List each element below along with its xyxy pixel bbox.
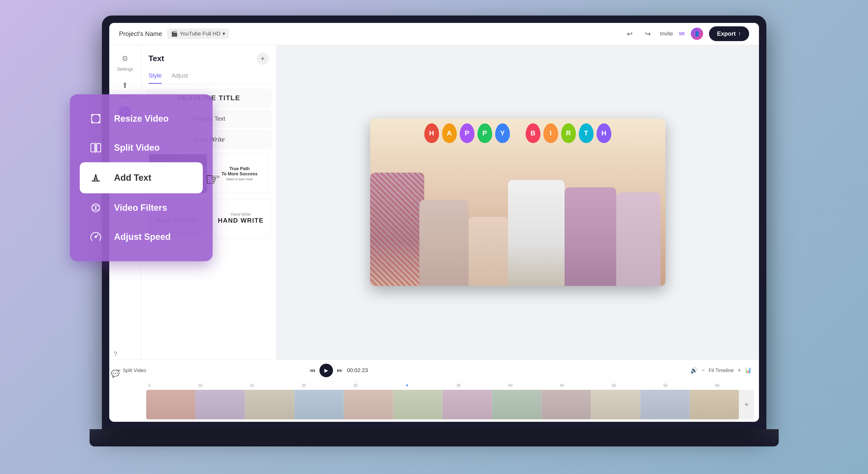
timeline-thumb-3 <box>245 390 294 419</box>
video-icon: 🎬 <box>171 31 178 37</box>
top-bar: Project's Name 🎬 YouTube Full HD ▾ ↩ ↪ I… <box>109 23 759 45</box>
settings-icon: ⚙ <box>119 53 131 65</box>
floating-menu-item-filters[interactable]: Video Filters <box>82 193 200 223</box>
speed-icon <box>87 228 104 245</box>
ruler-mark: 50 <box>612 383 616 388</box>
floating-menu-item-speed[interactable]: Adjust Speed <box>82 223 200 251</box>
birthday-scene: H A P P Y B I R T <box>370 118 665 286</box>
addtext-icon <box>87 169 104 186</box>
tab-style[interactable]: Style <box>149 72 162 84</box>
undo-button[interactable]: ↩ <box>624 28 636 40</box>
ruler-mark: 45 <box>560 383 564 388</box>
truepath-line2: To More Success <box>221 171 258 177</box>
floating-menu: Resize Video Split Video A <box>70 94 213 261</box>
laptop-base <box>90 429 779 446</box>
addtext-label: Add Text <box>114 173 151 183</box>
help-icon: ? <box>109 348 122 359</box>
zoom-plus[interactable]: + <box>738 367 741 374</box>
time-display: 00:02:23 <box>347 367 368 374</box>
resize-icon <box>87 110 104 127</box>
volume-icon[interactable]: 🔊 <box>690 367 698 374</box>
truepath-template[interactable]: True Path To More Success Watch to learn… <box>210 154 269 193</box>
panel-tabs: Style Adjust <box>141 67 276 84</box>
timeline-strip[interactable] <box>146 390 739 419</box>
format-label: YouTube Full HD <box>180 31 220 37</box>
export-label: Export <box>717 30 736 37</box>
ruler-mark: 15 <box>250 383 254 388</box>
timeline-thumb-10 <box>591 390 640 419</box>
sidebar-item-settings[interactable]: ⚙ Settings <box>117 53 133 72</box>
waveform-icon[interactable]: 📊 <box>745 367 751 374</box>
export-icon: ↑ <box>738 30 741 37</box>
timeline-thumb-12 <box>690 390 739 419</box>
fit-timeline-label: Fit Timeline <box>709 367 734 373</box>
timeline-ruler-container: 5 10 15 20 25 ▼ 35 40 45 50 55 60 <box>109 381 759 388</box>
ruler-mark: 20 <box>302 383 306 388</box>
top-bar-left: Project's Name 🎬 YouTube Full HD ▾ <box>119 29 229 39</box>
play-button[interactable]: ▶ <box>319 364 333 377</box>
zoom-minus[interactable]: − <box>702 367 705 374</box>
tab-adjust[interactable]: Adjust <box>172 72 188 84</box>
user-avatar: 👤 <box>691 28 703 40</box>
timeline-thumb-5 <box>344 390 393 419</box>
skip-forward-button[interactable]: ⏭ <box>337 367 343 374</box>
resize-label: Resize Video <box>114 114 168 124</box>
split-video-icon <box>87 139 104 156</box>
redo-button[interactable]: ↪ <box>642 28 654 40</box>
ruler-mark: 10 <box>198 383 203 388</box>
floating-menu-item-split[interactable]: Split Video <box>82 133 200 162</box>
timeline-strip-container: + <box>114 390 754 417</box>
upload-icon: ⬆ <box>119 79 131 92</box>
floating-menu-item-resize[interactable]: Resize Video <box>82 104 200 133</box>
panel-header: Text + <box>141 45 276 65</box>
invite-button[interactable]: Invite <box>660 31 673 37</box>
handwrite2-template[interactable]: Hand Write HAND WRITE <box>210 199 272 238</box>
preview-area: H A P P Y B I R T <box>277 45 759 359</box>
format-badge[interactable]: 🎬 YouTube Full HD ▾ <box>167 29 229 39</box>
filters-label: Video Filters <box>114 203 167 213</box>
ruler-marks: 5 10 15 20 25 ▼ 35 40 45 50 55 60 <box>149 383 720 388</box>
timeline-thumb-2 <box>195 390 245 419</box>
balloon-letters: H A P P Y B I R T <box>424 123 611 143</box>
timeline-thumb-11 <box>640 390 690 419</box>
settings-label: Settings <box>117 67 133 72</box>
timeline-thumb-1 <box>146 390 196 419</box>
ruler-mark: 35 <box>456 383 461 388</box>
laptop-shell: Project's Name 🎬 YouTube Full HD ▾ ↩ ↪ I… <box>90 16 779 459</box>
timeline-track-label <box>114 390 146 417</box>
panel-title: Text <box>149 54 164 63</box>
svg-point-6 <box>92 204 100 212</box>
export-button[interactable]: Export ↑ <box>709 26 749 41</box>
svg-point-10 <box>95 236 96 238</box>
svg-rect-2 <box>97 144 101 152</box>
timeline-controls: ✂ Split Video ⏮ ▶ ⏭ 00:02:23 🔊 − <box>109 360 759 381</box>
split-label: Split Video <box>123 367 146 373</box>
video-preview: H A P P Y B I R T <box>370 118 665 286</box>
filters-icon <box>87 199 104 216</box>
add-timeline-button[interactable]: + <box>739 390 754 419</box>
skip-back-button[interactable]: ⏮ <box>310 367 315 374</box>
ruler-playhead-mark: ▼ <box>405 383 409 388</box>
handwrite2-top: Hand Write <box>231 212 251 217</box>
ruler-mark: 40 <box>508 383 513 388</box>
svg-rect-0 <box>92 115 100 123</box>
svg-rect-1 <box>91 144 95 152</box>
split-label-menu: Split Video <box>114 143 160 153</box>
format-dropdown-icon: ▾ <box>222 31 225 37</box>
project-name[interactable]: Project's Name <box>119 30 162 38</box>
timeline-area: ✂ Split Video ⏮ ▶ ⏭ 00:02:23 🔊 − <box>109 359 759 422</box>
people-area <box>370 168 665 286</box>
speed-label: Adjust Speed <box>114 232 171 242</box>
top-bar-right: ↩ ↪ Invite SK 👤 Export ↑ <box>624 26 749 41</box>
timeline-thumb-6 <box>393 390 443 419</box>
user-initials: SK <box>679 31 685 36</box>
playback-controls: ⏮ ▶ ⏭ 00:02:23 <box>310 364 368 377</box>
truepath-line1: True Path <box>229 166 250 171</box>
timeline-thumb-7 <box>442 390 492 419</box>
floating-menu-item-addtext[interactable]: Add Text <box>80 162 203 193</box>
ruler-mark: 5 <box>149 383 151 388</box>
timeline-right-controls: 🔊 − Fit Timeline + 📊 <box>690 367 752 374</box>
panel-add-button[interactable]: + <box>257 53 269 65</box>
sidebar-item-help[interactable]: ? <box>109 348 122 359</box>
ruler-mark: 25 <box>353 383 358 388</box>
